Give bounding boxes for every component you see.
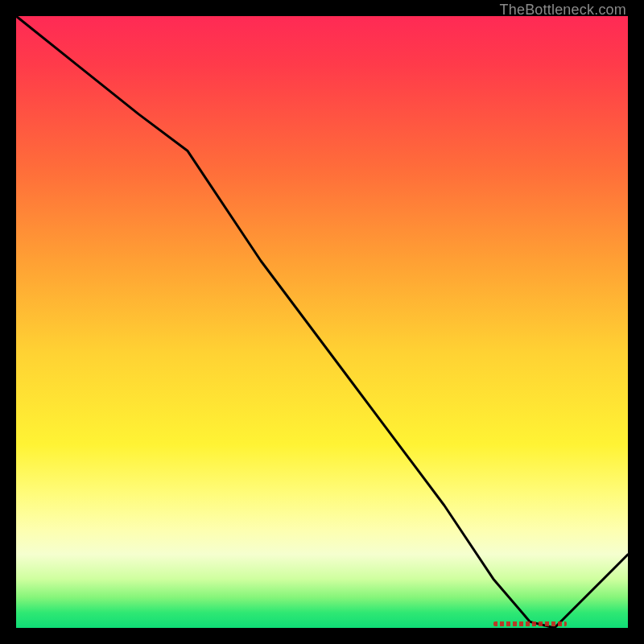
best-range-marker [493, 621, 567, 626]
watermark-text: TheBottleneck.com [500, 2, 626, 19]
chart-frame: TheBottleneck.com [0, 0, 644, 644]
plot-area [16, 16, 628, 628]
bottleneck-curve [16, 16, 628, 628]
